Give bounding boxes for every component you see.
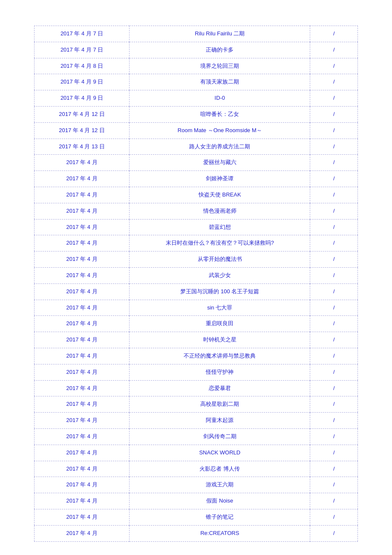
cell-slash: /	[310, 187, 358, 203]
cell-title[interactable]: 碧蓝幻想	[130, 219, 310, 235]
cell-date: 2017 年 4 月	[35, 445, 130, 461]
cell-date: 2017 年 4 月	[35, 155, 130, 171]
cell-date: 2017 年 4 月 8 日	[35, 58, 130, 74]
cell-title[interactable]: 怪怪守护神	[130, 364, 310, 380]
cell-date: 2017 年 4 月 13 日	[35, 139, 130, 155]
table-row: 2017 年 4 月Re:CREATORS/	[35, 525, 358, 541]
cell-slash: /	[310, 251, 358, 268]
cell-title[interactable]: 锥子的笔记	[130, 509, 310, 525]
cell-title[interactable]: SNACK WORLD	[130, 445, 310, 461]
page-wrapper: 2017 年 4 月 7 日Rilu Rilu Fairilu 二期/2017 …	[0, 0, 392, 555]
cell-slash: /	[310, 332, 358, 348]
cell-date: 2017 年 4 月	[35, 332, 130, 348]
cell-title[interactable]: Re:CREATORS	[130, 525, 310, 541]
cell-title[interactable]: 有顶天家族二期	[130, 74, 310, 90]
cell-date: 2017 年 4 月 9 日	[35, 74, 130, 90]
cell-slash: /	[310, 26, 358, 42]
table-row: 2017 年 4 月梦王国与沉睡的 100 名王子短篇/	[35, 283, 358, 300]
cell-slash: /	[310, 90, 358, 107]
table-row: 2017 年 4 月高校星歌剧二期/	[35, 396, 358, 413]
table-row: 2017 年 4 月从零开始的魔法书/	[35, 251, 358, 268]
cell-title[interactable]: 不正经的魔术讲师与禁忌教典	[130, 348, 310, 364]
cell-slash: /	[310, 219, 358, 235]
cell-title[interactable]: 重启咲良田	[130, 316, 310, 332]
cell-date: 2017 年 4 月 7 日	[35, 26, 130, 42]
cell-slash: /	[310, 122, 358, 139]
table-row: 2017 年 4 月sin 七大罪/	[35, 300, 358, 316]
cell-title[interactable]: ID-0	[130, 90, 310, 107]
table-row: 2017 年 4 月剑姬神圣谭/	[35, 171, 358, 187]
table-row: 2017 年 4 月快盗天使 BREAK/	[35, 187, 358, 203]
cell-slash: /	[310, 283, 358, 300]
cell-title[interactable]: 假面 Noise	[130, 493, 310, 509]
table-row: 2017 年 4 月剑风传奇二期/	[35, 428, 358, 445]
cell-title[interactable]: 正确的卡多	[130, 42, 310, 58]
table-row: 2017 年 4 月爱丽丝与藏六/	[35, 155, 358, 171]
cell-title[interactable]: 从零开始的魔法书	[130, 251, 310, 268]
cell-date: 2017 年 4 月	[35, 428, 130, 445]
anime-table: 2017 年 4 月 7 日Rilu Rilu Fairilu 二期/2017 …	[34, 26, 358, 542]
cell-title[interactable]: 恋爱暴君	[130, 380, 310, 396]
cell-date: 2017 年 4 月	[35, 267, 130, 283]
cell-date: 2017 年 4 月	[35, 316, 130, 332]
cell-title[interactable]: 火影忍者 博人传	[130, 461, 310, 477]
table-row: 2017 年 4 月武装少女/	[35, 267, 358, 283]
cell-title[interactable]: Room Mate ～One Roomside M～	[130, 122, 310, 139]
table-row: 2017 年 4 月 7 日正确的卡多/	[35, 42, 358, 58]
cell-slash: /	[310, 364, 358, 380]
cell-title[interactable]: 爱丽丝与藏六	[130, 155, 310, 171]
cell-title[interactable]: 剑姬神圣谭	[130, 171, 310, 187]
cell-title[interactable]: 末日时在做什么？有没有空？可以来拯救吗?	[130, 235, 310, 251]
cell-date: 2017 年 4 月 12 日	[35, 122, 130, 139]
table-row: 2017 年 4 月 13 日路人女主的养成方法二期/	[35, 139, 358, 155]
cell-title[interactable]: 路人女主的养成方法二期	[130, 139, 310, 155]
cell-title[interactable]: 武装少女	[130, 267, 310, 283]
cell-date: 2017 年 4 月	[35, 509, 130, 525]
cell-slash: /	[310, 267, 358, 283]
cell-slash: /	[310, 106, 358, 122]
cell-title[interactable]: 时钟机关之星	[130, 332, 310, 348]
cell-slash: /	[310, 58, 358, 74]
cell-slash: /	[310, 74, 358, 90]
table-row: 2017 年 4 月火影忍者 博人传/	[35, 461, 358, 477]
cell-date: 2017 年 4 月	[35, 493, 130, 509]
cell-title[interactable]: 情色漫画老师	[130, 203, 310, 219]
cell-date: 2017 年 4 月	[35, 219, 130, 235]
cell-date: 2017 年 4 月	[35, 283, 130, 300]
cell-title[interactable]: 剑风传奇二期	[130, 428, 310, 445]
cell-date: 2017 年 4 月	[35, 413, 130, 429]
table-row: 2017 年 4 月游戏王六期/	[35, 477, 358, 493]
cell-slash: /	[310, 171, 358, 187]
cell-slash: /	[310, 525, 358, 541]
cell-title[interactable]: 梦王国与沉睡的 100 名王子短篇	[130, 283, 310, 300]
table-row: 2017 年 4 月末日时在做什么？有没有空？可以来拯救吗?/	[35, 235, 358, 251]
cell-slash: /	[310, 509, 358, 525]
cell-slash: /	[310, 300, 358, 316]
cell-slash: /	[310, 380, 358, 396]
cell-date: 2017 年 4 月	[35, 235, 130, 251]
cell-date: 2017 年 4 月	[35, 348, 130, 364]
cell-title[interactable]: sin 七大罪	[130, 300, 310, 316]
table-row: 2017 年 4 月情色漫画老师/	[35, 203, 358, 219]
cell-date: 2017 年 4 月 7 日	[35, 42, 130, 58]
cell-title[interactable]: 喧哗番长：乙女	[130, 106, 310, 122]
cell-slash: /	[310, 461, 358, 477]
table-row: 2017 年 4 月时钟机关之星/	[35, 332, 358, 348]
table-row: 2017 年 4 月阿童木起源/	[35, 413, 358, 429]
table-row: 2017 年 4 月 9 日ID-0/	[35, 90, 358, 107]
table-row: 2017 年 4 月碧蓝幻想/	[35, 219, 358, 235]
cell-date: 2017 年 4 月	[35, 171, 130, 187]
cell-title[interactable]: 游戏王六期	[130, 477, 310, 493]
cell-slash: /	[310, 493, 358, 509]
table-row: 2017 年 4 月重启咲良田/	[35, 316, 358, 332]
cell-slash: /	[310, 428, 358, 445]
cell-slash: /	[310, 445, 358, 461]
table-row: 2017 年 4 月 9 日有顶天家族二期/	[35, 74, 358, 90]
cell-title[interactable]: 阿童木起源	[130, 413, 310, 429]
cell-title[interactable]: 快盗天使 BREAK	[130, 187, 310, 203]
cell-title[interactable]: 境界之轮回三期	[130, 58, 310, 74]
cell-title[interactable]: 高校星歌剧二期	[130, 396, 310, 413]
cell-slash: /	[310, 396, 358, 413]
table-row: 2017 年 4 月恋爱暴君/	[35, 380, 358, 396]
cell-title[interactable]: Rilu Rilu Fairilu 二期	[130, 26, 310, 42]
